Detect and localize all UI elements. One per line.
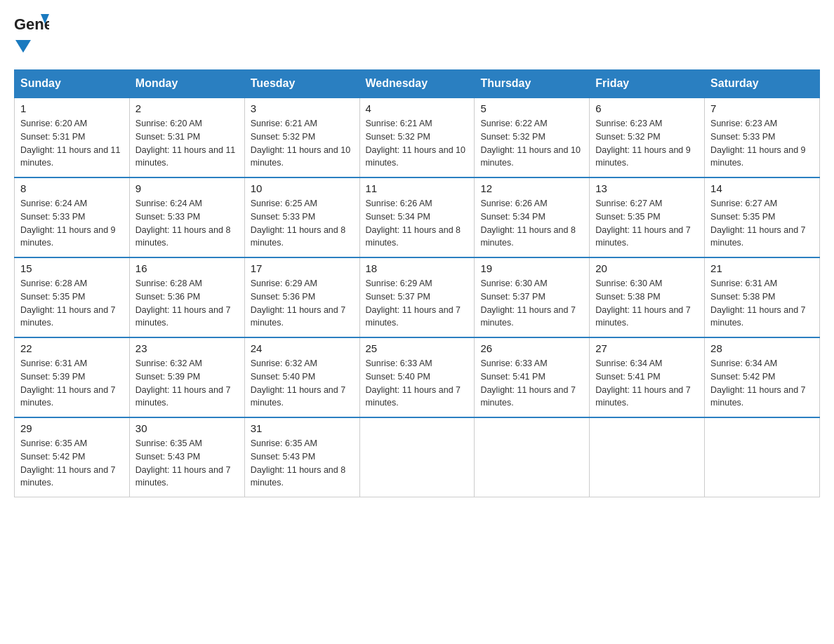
- calendar-cell: 6 Sunrise: 6:23 AM Sunset: 5:32 PM Dayli…: [590, 98, 705, 177]
- day-number: 29: [20, 422, 124, 434]
- page-header: General: [14, 14, 820, 55]
- calendar-cell: 20 Sunrise: 6:30 AM Sunset: 5:38 PM Dayl…: [590, 257, 705, 337]
- day-number: 31: [251, 422, 354, 434]
- logo-triangle-icon: [15, 40, 31, 55]
- calendar-cell: 2 Sunrise: 6:20 AM Sunset: 5:31 PM Dayli…: [129, 98, 244, 177]
- day-number: 9: [135, 182, 239, 194]
- day-number: 20: [595, 262, 699, 274]
- day-info: Sunrise: 6:26 AM Sunset: 5:34 PM Dayligh…: [366, 197, 469, 250]
- calendar-cell: 29 Sunrise: 6:35 AM Sunset: 5:42 PM Dayl…: [15, 417, 130, 497]
- calendar-cell: 18 Sunrise: 6:29 AM Sunset: 5:37 PM Dayl…: [359, 257, 475, 337]
- day-info: Sunrise: 6:31 AM Sunset: 5:39 PM Dayligh…: [20, 357, 124, 410]
- calendar-cell: 23 Sunrise: 6:32 AM Sunset: 5:39 PM Dayl…: [129, 337, 244, 417]
- calendar-week-row: 22 Sunrise: 6:31 AM Sunset: 5:39 PM Dayl…: [15, 337, 820, 417]
- day-info: Sunrise: 6:22 AM Sunset: 5:32 PM Dayligh…: [480, 117, 583, 170]
- calendar-cell: 26 Sunrise: 6:33 AM Sunset: 5:41 PM Dayl…: [475, 337, 590, 417]
- day-number: 18: [366, 262, 469, 274]
- day-info: Sunrise: 6:33 AM Sunset: 5:41 PM Dayligh…: [480, 357, 583, 410]
- day-number: 22: [20, 342, 124, 354]
- day-info: Sunrise: 6:28 AM Sunset: 5:35 PM Dayligh…: [20, 277, 124, 330]
- day-number: 21: [710, 262, 814, 274]
- day-info: Sunrise: 6:25 AM Sunset: 5:33 PM Dayligh…: [251, 197, 354, 250]
- day-info: Sunrise: 6:27 AM Sunset: 5:35 PM Dayligh…: [595, 197, 699, 250]
- day-number: 26: [480, 342, 583, 354]
- calendar-cell: 8 Sunrise: 6:24 AM Sunset: 5:33 PM Dayli…: [15, 177, 130, 257]
- day-info: Sunrise: 6:30 AM Sunset: 5:38 PM Dayligh…: [595, 277, 699, 330]
- day-info: Sunrise: 6:35 AM Sunset: 5:43 PM Dayligh…: [251, 437, 354, 490]
- day-info: Sunrise: 6:34 AM Sunset: 5:41 PM Dayligh…: [595, 357, 699, 410]
- day-number: 24: [251, 342, 354, 354]
- calendar-cell: [475, 417, 590, 497]
- calendar-cell: [590, 417, 705, 497]
- calendar-cell: 30 Sunrise: 6:35 AM Sunset: 5:43 PM Dayl…: [129, 417, 244, 497]
- day-info: Sunrise: 6:27 AM Sunset: 5:35 PM Dayligh…: [710, 197, 814, 250]
- day-number: 11: [366, 182, 469, 194]
- day-info: Sunrise: 6:24 AM Sunset: 5:33 PM Dayligh…: [135, 197, 239, 250]
- day-number: 13: [595, 182, 699, 194]
- calendar-week-row: 15 Sunrise: 6:28 AM Sunset: 5:35 PM Dayl…: [15, 257, 820, 337]
- day-number: 7: [710, 102, 814, 114]
- day-info: Sunrise: 6:23 AM Sunset: 5:32 PM Dayligh…: [595, 117, 699, 170]
- day-info: Sunrise: 6:35 AM Sunset: 5:43 PM Dayligh…: [135, 437, 239, 490]
- calendar-week-row: 1 Sunrise: 6:20 AM Sunset: 5:31 PM Dayli…: [15, 98, 820, 177]
- weekday-header-monday: Monday: [129, 70, 244, 98]
- calendar-cell: [705, 417, 820, 497]
- day-info: Sunrise: 6:23 AM Sunset: 5:33 PM Dayligh…: [710, 117, 814, 170]
- day-number: 25: [366, 342, 469, 354]
- calendar-cell: 9 Sunrise: 6:24 AM Sunset: 5:33 PM Dayli…: [129, 177, 244, 257]
- day-info: Sunrise: 6:26 AM Sunset: 5:34 PM Dayligh…: [480, 197, 583, 250]
- day-number: 27: [595, 342, 699, 354]
- calendar-week-row: 8 Sunrise: 6:24 AM Sunset: 5:33 PM Dayli…: [15, 177, 820, 257]
- day-info: Sunrise: 6:31 AM Sunset: 5:38 PM Dayligh…: [710, 277, 814, 330]
- calendar-cell: 27 Sunrise: 6:34 AM Sunset: 5:41 PM Dayl…: [590, 337, 705, 417]
- calendar-cell: 13 Sunrise: 6:27 AM Sunset: 5:35 PM Dayl…: [590, 177, 705, 257]
- day-info: Sunrise: 6:33 AM Sunset: 5:40 PM Dayligh…: [366, 357, 469, 410]
- day-info: Sunrise: 6:24 AM Sunset: 5:33 PM Dayligh…: [20, 197, 124, 250]
- day-number: 16: [135, 262, 239, 274]
- calendar-header-row: SundayMondayTuesdayWednesdayThursdayFrid…: [15, 70, 820, 98]
- logo: General: [14, 14, 49, 55]
- day-info: Sunrise: 6:34 AM Sunset: 5:42 PM Dayligh…: [710, 357, 814, 410]
- day-number: 5: [480, 102, 583, 114]
- calendar-cell: 10 Sunrise: 6:25 AM Sunset: 5:33 PM Dayl…: [244, 177, 359, 257]
- day-info: Sunrise: 6:35 AM Sunset: 5:42 PM Dayligh…: [20, 437, 124, 490]
- day-info: Sunrise: 6:28 AM Sunset: 5:36 PM Dayligh…: [135, 277, 239, 330]
- day-number: 8: [20, 182, 124, 194]
- weekday-header-sunday: Sunday: [15, 70, 130, 98]
- day-number: 3: [251, 102, 354, 114]
- day-info: Sunrise: 6:30 AM Sunset: 5:37 PM Dayligh…: [480, 277, 583, 330]
- calendar-cell: 22 Sunrise: 6:31 AM Sunset: 5:39 PM Dayl…: [15, 337, 130, 417]
- calendar-cell: 17 Sunrise: 6:29 AM Sunset: 5:36 PM Dayl…: [244, 257, 359, 337]
- calendar-cell: 4 Sunrise: 6:21 AM Sunset: 5:32 PM Dayli…: [359, 98, 475, 177]
- weekday-header-wednesday: Wednesday: [359, 70, 475, 98]
- day-info: Sunrise: 6:20 AM Sunset: 5:31 PM Dayligh…: [135, 117, 239, 170]
- calendar-cell: 14 Sunrise: 6:27 AM Sunset: 5:35 PM Dayl…: [705, 177, 820, 257]
- day-info: Sunrise: 6:29 AM Sunset: 5:37 PM Dayligh…: [366, 277, 469, 330]
- calendar-cell: 19 Sunrise: 6:30 AM Sunset: 5:37 PM Dayl…: [475, 257, 590, 337]
- calendar-cell: 16 Sunrise: 6:28 AM Sunset: 5:36 PM Dayl…: [129, 257, 244, 337]
- weekday-header-thursday: Thursday: [475, 70, 590, 98]
- day-number: 23: [135, 342, 239, 354]
- day-number: 14: [710, 182, 814, 194]
- weekday-header-friday: Friday: [590, 70, 705, 98]
- weekday-header-tuesday: Tuesday: [244, 70, 359, 98]
- calendar-cell: 7 Sunrise: 6:23 AM Sunset: 5:33 PM Dayli…: [705, 98, 820, 177]
- calendar-week-row: 29 Sunrise: 6:35 AM Sunset: 5:42 PM Dayl…: [15, 417, 820, 497]
- day-number: 30: [135, 422, 239, 434]
- calendar-cell: 12 Sunrise: 6:26 AM Sunset: 5:34 PM Dayl…: [475, 177, 590, 257]
- day-number: 12: [480, 182, 583, 194]
- day-number: 17: [251, 262, 354, 274]
- day-info: Sunrise: 6:32 AM Sunset: 5:39 PM Dayligh…: [135, 357, 239, 410]
- calendar-cell: 21 Sunrise: 6:31 AM Sunset: 5:38 PM Dayl…: [705, 257, 820, 337]
- calendar-cell: 24 Sunrise: 6:32 AM Sunset: 5:40 PM Dayl…: [244, 337, 359, 417]
- calendar-cell: 31 Sunrise: 6:35 AM Sunset: 5:43 PM Dayl…: [244, 417, 359, 497]
- calendar-cell: [359, 417, 475, 497]
- day-number: 10: [251, 182, 354, 194]
- day-number: 2: [135, 102, 239, 114]
- day-info: Sunrise: 6:21 AM Sunset: 5:32 PM Dayligh…: [251, 117, 354, 170]
- calendar-cell: 3 Sunrise: 6:21 AM Sunset: 5:32 PM Dayli…: [244, 98, 359, 177]
- day-info: Sunrise: 6:20 AM Sunset: 5:31 PM Dayligh…: [20, 117, 124, 170]
- day-number: 4: [366, 102, 469, 114]
- calendar-cell: 28 Sunrise: 6:34 AM Sunset: 5:42 PM Dayl…: [705, 337, 820, 417]
- weekday-header-saturday: Saturday: [705, 70, 820, 98]
